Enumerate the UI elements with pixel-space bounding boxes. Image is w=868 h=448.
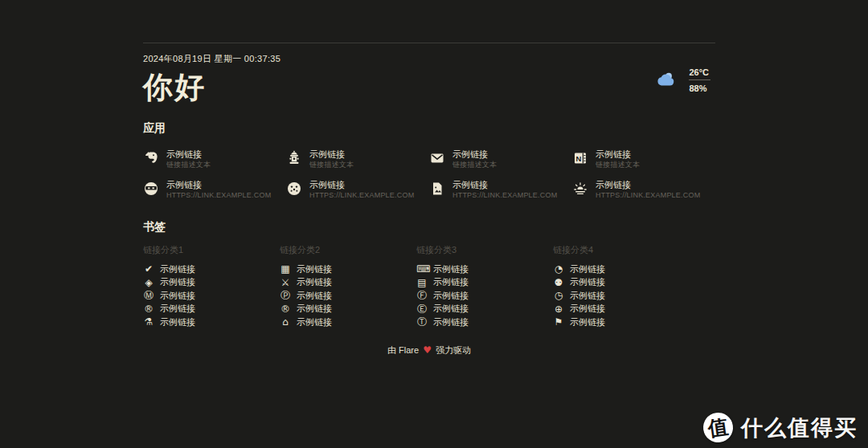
gauge-icon: ◔ bbox=[553, 263, 564, 275]
helm-icon: ⊕ bbox=[553, 303, 564, 315]
datetime-text: 2024年08月19日 星期一 00:37:35 bbox=[143, 53, 715, 65]
bookmark-link[interactable]: Ⓟ示例链接 bbox=[280, 289, 416, 303]
smzdm-text: 什么值得买 bbox=[741, 413, 858, 442]
start-page: 2024年08月19日 星期一 00:37:35 你好 26°C 88% 应用 … bbox=[0, 0, 868, 448]
bookmark-category: 链接分类1✔示例链接◈示例链接Ⓜ示例链接®示例链接⚗示例链接 bbox=[143, 245, 280, 329]
mastodon-icon: Ⓜ bbox=[143, 290, 154, 301]
dotted-face-icon bbox=[286, 181, 302, 197]
bookmark-link-label: 示例链接 bbox=[433, 276, 469, 288]
bookmark-link-label: 示例链接 bbox=[570, 290, 605, 302]
bookmark-link[interactable]: ⚔示例链接 bbox=[280, 276, 416, 290]
bookmark-link-label: 示例链接 bbox=[297, 276, 332, 288]
bookmark-link[interactable]: ⌂示例链接 bbox=[280, 316, 416, 329]
humidity-value: 88% bbox=[689, 83, 710, 93]
bookmark-link-label: 示例链接 bbox=[297, 263, 332, 275]
app-link-subtitle: 链接描述文本 bbox=[596, 161, 640, 169]
bookmark-category-label: 链接分类2 bbox=[280, 245, 416, 255]
rover-icon: ⚉ bbox=[553, 277, 564, 288]
bookmark-category-label: 链接分类1 bbox=[143, 245, 280, 255]
bookmark-link-label: 示例链接 bbox=[160, 316, 195, 328]
footer-suffix: 强力驱动 bbox=[436, 345, 471, 355]
bookmark-link-label: 示例链接 bbox=[160, 276, 195, 288]
fire-hydrant-icon bbox=[286, 150, 302, 166]
temperature-value: 26°C bbox=[689, 67, 710, 80]
app-link-title: 示例链接 bbox=[166, 180, 271, 190]
flare-brand-link[interactable]: Flare bbox=[399, 345, 419, 355]
eraser-icon: ◈ bbox=[143, 277, 154, 288]
app-link[interactable]: 示例链接HTTPS://LINK.EXAMPLE.COM bbox=[286, 180, 429, 203]
bookmark-link[interactable]: Ⓜ示例链接 bbox=[143, 289, 280, 303]
bookmark-link-label: 示例链接 bbox=[160, 263, 195, 275]
bookmark-category: 链接分类3⌨示例链接▤示例链接Ⓕ示例链接Ⓔ示例链接Ⓣ示例链接 bbox=[416, 245, 553, 329]
bookmark-link-label: 示例链接 bbox=[297, 290, 332, 302]
greeting-title: 你好 bbox=[143, 72, 715, 103]
bookmark-link[interactable]: Ⓣ示例链接 bbox=[416, 316, 553, 329]
bookmark-link[interactable]: ⊕示例链接 bbox=[553, 303, 690, 316]
building-crane-icon: ⌂ bbox=[280, 316, 291, 328]
top-divider bbox=[143, 43, 715, 43]
weather-widget: 26°C 88% bbox=[655, 67, 710, 93]
bookmark-link[interactable]: Ⓕ示例链接 bbox=[416, 289, 553, 303]
bookmark-link[interactable]: ◔示例链接 bbox=[553, 263, 690, 276]
bookmark-category-label: 链接分类4 bbox=[553, 245, 690, 255]
bookmark-link[interactable]: ▤示例链接 bbox=[416, 276, 553, 290]
app-link-title: 示例链接 bbox=[166, 149, 211, 160]
mail-icon bbox=[429, 150, 445, 166]
bookmark-link[interactable]: ⌨示例链接 bbox=[416, 263, 553, 276]
cable-car-icon: ▦ bbox=[280, 263, 291, 275]
radio-icon: ▤ bbox=[416, 277, 428, 288]
bookmark-link-label: 示例链接 bbox=[433, 263, 469, 275]
app-link[interactable]: 示例链接链接描述文本 bbox=[143, 149, 286, 173]
bookmark-link-label: 示例链接 bbox=[297, 303, 332, 315]
app-link[interactable]: 示例链接链接描述文本 bbox=[429, 149, 572, 173]
bookmark-link-label: 示例链接 bbox=[433, 303, 469, 315]
app-link-subtitle: HTTPS://LINK.EXAMPLE.COM bbox=[452, 191, 557, 200]
app-link[interactable]: 示例链接链接描述文本 bbox=[286, 149, 429, 173]
bookmark-link-label: 示例链接 bbox=[433, 290, 469, 302]
parking-icon: Ⓟ bbox=[280, 290, 291, 301]
helmet-icon: ⌨ bbox=[416, 263, 428, 275]
svg-text:N: N bbox=[576, 154, 582, 163]
apps-grid: 示例链接链接描述文本示例链接链接描述文本示例链接链接描述文本N示例链接链接描述文… bbox=[143, 149, 715, 203]
f-circle-icon: Ⓕ bbox=[416, 290, 428, 301]
app-link[interactable]: 示例链接HTTPS://LINK.EXAMPLE.COM bbox=[572, 180, 715, 203]
bookmark-link-label: 示例链接 bbox=[160, 290, 195, 302]
bookmark-link[interactable]: ▦示例链接 bbox=[280, 263, 416, 276]
app-link-title: 示例链接 bbox=[596, 180, 700, 190]
app-link[interactable]: 示例链接HTTPS://LINK.EXAMPLE.COM bbox=[143, 180, 286, 203]
t-circle-icon: Ⓣ bbox=[416, 316, 428, 328]
bookmark-category-label: 链接分类3 bbox=[416, 245, 553, 255]
app-link[interactable]: 示例链接HTTPS://LINK.EXAMPLE.COM bbox=[429, 180, 572, 203]
app-link[interactable]: N示例链接链接描述文本 bbox=[572, 149, 715, 173]
haze-icon bbox=[572, 181, 588, 197]
bookmark-link[interactable]: ⚑示例链接 bbox=[553, 316, 690, 329]
bookmark-link[interactable]: ⚉示例链接 bbox=[553, 276, 690, 290]
bookmark-category: 链接分类4◔示例链接⚉示例链接◷示例链接⊕示例链接⚑示例链接 bbox=[553, 245, 690, 329]
bookmarks-section-title: 书签 bbox=[143, 220, 715, 234]
bookmark-link[interactable]: ✔示例链接 bbox=[143, 263, 280, 276]
bookmark-link-label: 示例链接 bbox=[570, 303, 605, 315]
app-link-title: 示例链接 bbox=[596, 149, 640, 160]
bookmark-link[interactable]: ®示例链接 bbox=[143, 303, 280, 316]
apps-section-title: 应用 bbox=[143, 121, 715, 136]
app-link-title: 示例链接 bbox=[309, 180, 414, 190]
registered-icon: ® bbox=[280, 303, 291, 315]
clock-icon: ◷ bbox=[553, 290, 564, 301]
bookmark-link[interactable]: ®示例链接 bbox=[280, 303, 416, 316]
bookmark-link[interactable]: ◷示例链接 bbox=[553, 289, 690, 303]
bookmark-link-label: 示例链接 bbox=[297, 316, 332, 328]
app-link-subtitle: HTTPS://LINK.EXAMPLE.COM bbox=[309, 191, 414, 200]
check-badge-icon: ✔ bbox=[143, 263, 154, 275]
onenote-icon: N bbox=[572, 150, 588, 166]
app-link-title: 示例链接 bbox=[452, 180, 557, 190]
app-link-subtitle: HTTPS://LINK.EXAMPLE.COM bbox=[166, 191, 271, 200]
bookmark-link-label: 示例链接 bbox=[570, 276, 605, 288]
bookmark-link[interactable]: ⚗示例链接 bbox=[143, 316, 280, 329]
crossed-swords-icon: ⚔ bbox=[280, 277, 291, 288]
e-circle-icon: Ⓔ bbox=[416, 303, 428, 315]
smzdm-logo: 值 bbox=[702, 411, 735, 445]
bookmark-link[interactable]: ◈示例链接 bbox=[143, 276, 280, 290]
bookmark-link[interactable]: Ⓔ示例链接 bbox=[416, 303, 553, 316]
app-link-title: 示例链接 bbox=[452, 149, 497, 160]
bookmark-category: 链接分类2▦示例链接⚔示例链接Ⓟ示例链接®示例链接⌂示例链接 bbox=[280, 245, 416, 329]
